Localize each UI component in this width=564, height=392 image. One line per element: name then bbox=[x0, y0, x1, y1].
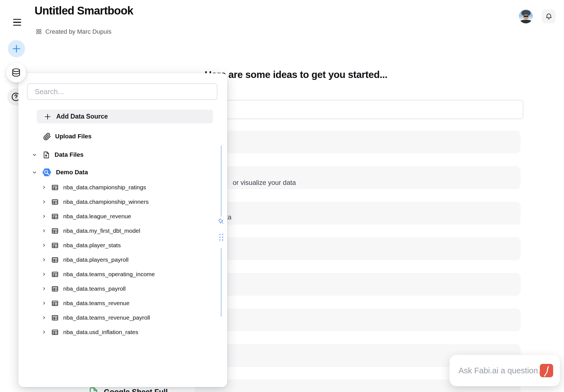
chevron-down-icon[interactable] bbox=[31, 152, 38, 158]
table-icon bbox=[51, 270, 59, 278]
suggestion-card[interactable] bbox=[195, 273, 521, 296]
chevron-right-icon[interactable] bbox=[41, 257, 47, 263]
table-icon bbox=[51, 227, 59, 235]
table-name: nba_data.player_stats bbox=[63, 242, 121, 249]
suggestion-card[interactable] bbox=[195, 131, 521, 153]
ideas-heading: Here are some ideas to get you started..… bbox=[205, 69, 388, 80]
table-list: nba_data.championship_ratings nba_data.c… bbox=[39, 180, 217, 339]
chevron-right-icon[interactable] bbox=[41, 185, 47, 190]
table-icon bbox=[51, 314, 59, 322]
bigquery-icon bbox=[42, 168, 52, 177]
paperclip-icon bbox=[43, 133, 51, 141]
chevron-right-icon[interactable] bbox=[41, 199, 47, 205]
question-input-box[interactable] bbox=[195, 100, 523, 119]
plus-icon bbox=[44, 113, 51, 120]
suggestion-card[interactable] bbox=[195, 202, 521, 225]
search-input[interactable] bbox=[27, 83, 217, 100]
table-name: nba_data.championship_ratings bbox=[63, 184, 146, 191]
table-list-item[interactable]: nba_data.teams_revenue bbox=[39, 296, 217, 310]
upload-files-label: Upload Files bbox=[55, 133, 92, 140]
google-sheet-icon bbox=[88, 387, 99, 392]
chevron-right-icon[interactable] bbox=[41, 286, 47, 291]
table-icon bbox=[51, 328, 59, 336]
chevron-down-icon[interactable] bbox=[31, 169, 38, 175]
table-list-item[interactable]: nba_data.league_revenue bbox=[39, 209, 217, 224]
data-files-section[interactable]: Data Files bbox=[30, 147, 84, 162]
table-name: nba_data.usd_inflation_rates bbox=[63, 329, 138, 335]
table-icon bbox=[51, 299, 59, 307]
user-avatar[interactable] bbox=[519, 9, 533, 23]
add-cell-button[interactable] bbox=[8, 40, 25, 57]
add-data-source-button[interactable]: Add Data Source bbox=[37, 110, 213, 123]
atom-icon bbox=[35, 28, 43, 35]
table-name: nba_data.league_revenue bbox=[63, 213, 131, 220]
file-upload-icon bbox=[42, 151, 50, 159]
pin-icon bbox=[217, 217, 225, 226]
bell-icon bbox=[545, 13, 553, 20]
chevron-right-icon[interactable] bbox=[41, 271, 47, 277]
table-name: nba_data.championship_winners bbox=[63, 199, 149, 205]
demo-data-label: Demo Data bbox=[56, 169, 88, 176]
created-by-label: Created by Marc Dupuis bbox=[45, 28, 111, 35]
chevron-right-icon[interactable] bbox=[41, 315, 47, 320]
drag-dots-icon bbox=[219, 233, 225, 242]
notifications-button[interactable] bbox=[542, 9, 556, 23]
scrollbar-indicator[interactable] bbox=[221, 248, 222, 317]
table-icon bbox=[51, 212, 59, 220]
google-sheet-label: Google Sheet Full... bbox=[104, 388, 174, 392]
google-sheet-item[interactable]: Google Sheet Full... bbox=[88, 387, 174, 392]
data-files-label: Data Files bbox=[55, 151, 84, 158]
table-list-item[interactable]: nba_data.championship_winners bbox=[39, 195, 217, 209]
table-icon bbox=[51, 285, 59, 293]
table-icon bbox=[51, 198, 59, 206]
table-name: nba_data.teams_revenue bbox=[63, 300, 129, 307]
chevron-right-icon[interactable] bbox=[41, 329, 47, 335]
table-name: nba_data.players_payroll bbox=[63, 256, 129, 263]
ask-fabi-input[interactable] bbox=[458, 366, 540, 375]
chevron-right-icon[interactable] bbox=[41, 228, 47, 234]
drag-handle[interactable] bbox=[219, 233, 225, 242]
table-list-item[interactable]: nba_data.players_payroll bbox=[39, 253, 217, 267]
database-icon bbox=[11, 67, 21, 78]
fabi-logo-icon bbox=[540, 364, 553, 377]
ask-fabi-bar bbox=[450, 355, 560, 386]
chevron-right-icon[interactable] bbox=[41, 214, 47, 219]
table-name: nba_data.teams_revenue_payroll bbox=[63, 314, 150, 321]
chevron-right-icon[interactable] bbox=[41, 300, 47, 306]
add-data-source-label: Add Data Source bbox=[56, 113, 108, 120]
table-icon bbox=[51, 183, 59, 192]
upload-files-item[interactable]: Upload Files bbox=[30, 129, 92, 144]
scrollbar-indicator[interactable] bbox=[221, 146, 222, 217]
table-name: nba_data.teams_operating_income bbox=[63, 271, 155, 278]
suggestion-text-fragment: or visualize your data bbox=[233, 179, 296, 187]
page-title[interactable]: Untitled Smartbook bbox=[35, 4, 133, 17]
demo-data-section[interactable]: Demo Data bbox=[30, 165, 88, 180]
ask-fabi-submit-button[interactable] bbox=[540, 364, 553, 377]
menu-button[interactable] bbox=[13, 17, 23, 28]
table-icon bbox=[51, 256, 59, 264]
table-list-item[interactable]: nba_data.teams_operating_income bbox=[39, 267, 217, 281]
table-list-item[interactable]: nba_data.player_stats bbox=[39, 238, 217, 253]
table-icon bbox=[51, 241, 59, 249]
suggestion-card[interactable] bbox=[195, 308, 521, 331]
created-by: Created by Marc Dupuis bbox=[35, 28, 111, 35]
data-source-panel: Add Data Source Upload Files Data Files … bbox=[18, 73, 227, 387]
table-list-item[interactable]: nba_data.my_first_dbt_model bbox=[39, 224, 217, 238]
data-sources-button[interactable] bbox=[6, 63, 26, 82]
table-list-item[interactable]: nba_data.teams_revenue_payroll bbox=[39, 310, 217, 325]
table-name: nba_data.my_first_dbt_model bbox=[63, 227, 140, 234]
chevron-right-icon[interactable] bbox=[41, 242, 47, 248]
suggestion-card[interactable] bbox=[195, 237, 521, 260]
plus-icon bbox=[12, 44, 21, 53]
pin-panel-button[interactable] bbox=[217, 217, 225, 226]
table-name: nba_data.teams_payroll bbox=[63, 285, 126, 292]
table-list-item[interactable]: nba_data.teams_payroll bbox=[39, 281, 217, 296]
table-list-item[interactable]: nba_data.championship_ratings bbox=[39, 180, 217, 195]
table-list-item[interactable]: nba_data.usd_inflation_rates bbox=[39, 325, 217, 339]
